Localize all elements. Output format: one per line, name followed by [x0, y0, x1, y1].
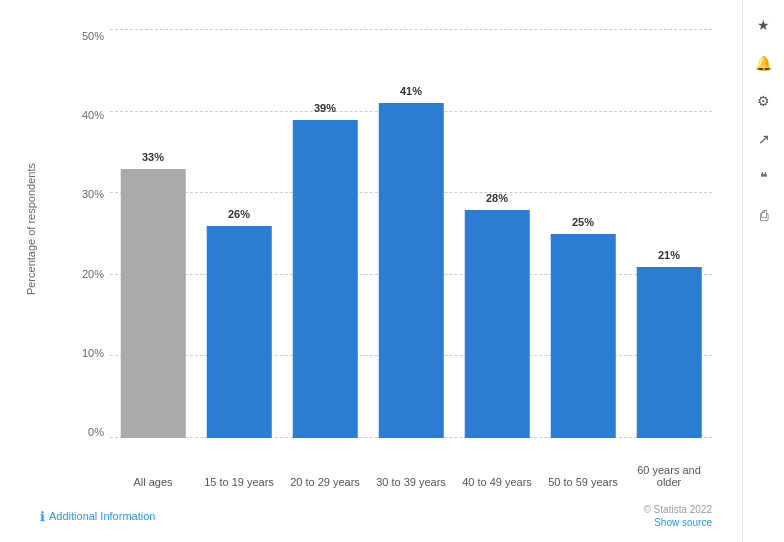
bar-value-label-0: 33% [142, 151, 164, 163]
additional-info-label[interactable]: Additional Information [49, 510, 155, 522]
bar-2 [293, 120, 358, 438]
additional-info-link[interactable]: ℹ Additional Information [40, 509, 155, 524]
bar-x-label-5: 50 to 59 years [546, 476, 621, 488]
bar-x-label-3: 30 to 39 years [374, 476, 449, 488]
bar-value-label-5: 25% [572, 216, 594, 228]
bar-value-label-2: 39% [314, 102, 336, 114]
bar-3 [379, 103, 444, 438]
bar-6 [637, 267, 702, 438]
share-button[interactable]: ↗ [749, 124, 779, 154]
bar-x-label-4: 40 to 49 years [460, 476, 535, 488]
y-label-50: 50% [82, 30, 104, 42]
y-label-40: 40% [82, 109, 104, 121]
main-content: Percentage of respondents 50% 40% 30% 20… [0, 0, 742, 542]
bar-group-4: 28%40 to 49 years [454, 30, 540, 438]
y-label-30: 30% [82, 188, 104, 200]
gear-button[interactable]: ⚙ [749, 86, 779, 116]
quote-button[interactable]: ❝ [749, 162, 779, 192]
y-label-20: 20% [82, 268, 104, 280]
show-source-link[interactable]: Show source [654, 517, 712, 528]
bar-group-2: 39%20 to 29 years [282, 30, 368, 438]
y-label-10: 10% [82, 347, 104, 359]
bar-group-6: 21%60 years and older [626, 30, 712, 438]
bar-value-label-4: 28% [486, 192, 508, 204]
bar-group-5: 25%50 to 59 years [540, 30, 626, 438]
bar-0 [121, 169, 186, 438]
bar-x-label-1: 15 to 19 years [202, 476, 277, 488]
print-button[interactable]: ⎙ [749, 200, 779, 230]
bars-container: 33%All ages26%15 to 19 years39%20 to 29 … [110, 30, 712, 438]
bar-4 [465, 210, 530, 438]
bar-x-label-2: 20 to 29 years [288, 476, 363, 488]
info-icon: ℹ [40, 509, 45, 524]
bar-1 [207, 226, 272, 438]
bar-value-label-3: 41% [400, 85, 422, 97]
star-button[interactable]: ★ [749, 10, 779, 40]
bar-group-0: 33%All ages [110, 30, 196, 438]
statista-info: © Statista 2022 Show source [643, 504, 712, 528]
y-axis: 50% 40% 30% 20% 10% 0% [70, 30, 110, 438]
sidebar: ★🔔⚙↗❝⎙ [742, 0, 784, 542]
footer: ℹ Additional Information © Statista 2022… [20, 498, 732, 532]
bar-5 [551, 234, 616, 438]
bell-button[interactable]: 🔔 [749, 48, 779, 78]
bar-x-label-6: 60 years and older [632, 464, 707, 488]
bar-group-1: 26%15 to 19 years [196, 30, 282, 438]
chart-wrapper: Percentage of respondents 50% 40% 30% 20… [20, 20, 732, 498]
chart-area: 33%All ages26%15 to 19 years39%20 to 29 … [110, 30, 712, 438]
bar-value-label-6: 21% [658, 249, 680, 261]
y-axis-label: Percentage of respondents [25, 163, 37, 295]
copyright: © Statista 2022 [643, 504, 712, 515]
bar-group-3: 41%30 to 39 years [368, 30, 454, 438]
y-label-0: 0% [88, 426, 104, 438]
chart-container: Percentage of respondents 50% 40% 30% 20… [20, 20, 732, 498]
bar-value-label-1: 26% [228, 208, 250, 220]
bar-x-label-0: All ages [116, 476, 191, 488]
